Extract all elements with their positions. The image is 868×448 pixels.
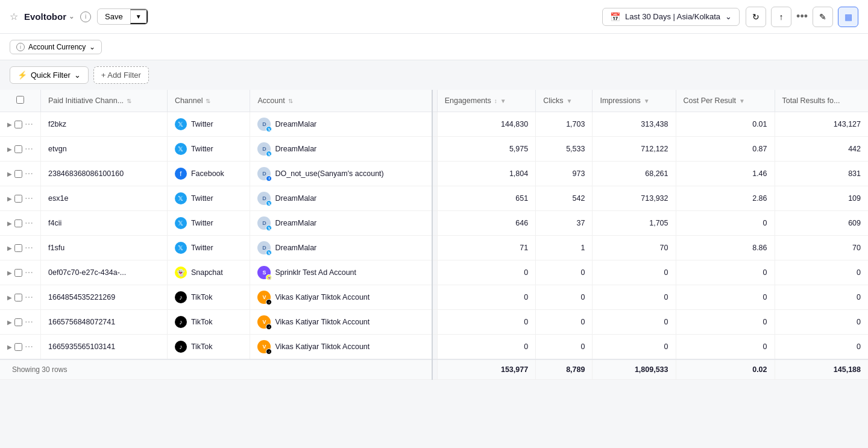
expand-button[interactable]: ▶ xyxy=(7,245,12,251)
row-menu-button[interactable]: ⋯ xyxy=(25,317,33,327)
cell-channel: 𝕏 Twitter xyxy=(167,137,250,162)
channel-icon: f xyxy=(175,168,187,180)
row-checkbox[interactable] xyxy=(14,121,22,128)
expand-button[interactable]: ▶ xyxy=(7,344,12,350)
account-name: DO_not_use(Sanyam's account) xyxy=(275,169,383,178)
row-menu-button[interactable]: ⋯ xyxy=(25,218,33,228)
row-menu-button[interactable]: ⋯ xyxy=(25,342,33,352)
row-menu-button[interactable]: ⋯ xyxy=(25,169,33,178)
divider-cell xyxy=(432,112,437,137)
cell-engagements: 71 xyxy=(437,236,536,260)
cell-engagements: 0 xyxy=(437,260,536,285)
footer-showing: Showing 30 rows xyxy=(0,359,432,380)
expand-button[interactable]: ▶ xyxy=(7,319,12,326)
row-checkbox[interactable] xyxy=(14,269,22,277)
data-table: Paid Initiative Chann... ⇅ Channel ⇅ Acc… xyxy=(0,90,868,380)
cell-clicks: 5,533 xyxy=(536,137,593,162)
row-menu-button[interactable]: ⋯ xyxy=(25,194,33,203)
sort-icon-channel: ⇅ xyxy=(206,98,210,104)
row-checkbox[interactable] xyxy=(14,244,22,252)
channel-name: TikTok xyxy=(191,318,213,326)
cell-clicks: 0 xyxy=(536,285,593,310)
cell-total-results: 442 xyxy=(775,137,868,162)
account-name: Vikas Katiyar Tiktok Account xyxy=(275,342,370,351)
table-row: ▶ ⋯ f4cii 𝕏 Twitter D 𝕏 DreamMalar 646 3… xyxy=(0,211,868,236)
row-controls: ▶ ⋯ xyxy=(0,186,41,211)
col-header-account[interactable]: Account ⇅ xyxy=(250,90,432,112)
expand-button[interactable]: ▶ xyxy=(7,270,12,276)
cell-initiative: esx1e xyxy=(41,186,168,211)
date-range-picker[interactable]: 📅 Last 30 Days | Asia/Kolkata ⌄ xyxy=(602,8,740,26)
col-header-total-results[interactable]: Total Results fo... xyxy=(775,90,868,112)
edit-view-button[interactable]: ✎ xyxy=(813,7,833,27)
add-filter-label: + Add Filter xyxy=(101,71,141,80)
cell-clicks: 0 xyxy=(536,335,593,360)
col-header-clicks[interactable]: Clicks ▼ xyxy=(536,90,593,112)
row-checkbox[interactable] xyxy=(14,219,22,227)
sort-icon-impressions: ▼ xyxy=(644,98,650,104)
cell-engagements: 0 xyxy=(437,310,536,335)
row-menu-button[interactable]: ⋯ xyxy=(25,119,33,129)
more-options-button[interactable]: ••• xyxy=(796,10,808,23)
col-header-initiative[interactable]: Paid Initiative Chann... ⇅ xyxy=(41,90,168,112)
row-menu-button[interactable]: ⋯ xyxy=(25,144,33,154)
sort-icon-clicks: ▼ xyxy=(567,98,573,104)
currency-info-icon: i xyxy=(16,43,25,51)
cell-channel: ♪ TikTok xyxy=(167,285,250,310)
expand-button[interactable]: ▶ xyxy=(7,171,12,177)
expand-button[interactable]: ▶ xyxy=(7,220,12,227)
account-name: DreamMalar xyxy=(275,120,316,128)
sub-bar: i Account Currency ⌄ xyxy=(0,34,868,60)
info-icon[interactable]: i xyxy=(80,11,91,22)
save-dropdown-button[interactable]: ▼ xyxy=(130,9,148,24)
footer-engagements: 153,977 xyxy=(437,359,536,380)
currency-chevron: ⌄ xyxy=(89,43,95,51)
expand-button[interactable]: ▶ xyxy=(7,121,12,128)
row-controls: ▶ ⋯ xyxy=(0,285,41,310)
cell-channel: f Facebook xyxy=(167,162,250,186)
row-checkbox[interactable] xyxy=(14,294,22,301)
table-row: ▶ ⋯ 1665756848072741 ♪ TikTok V ♪ Vikas … xyxy=(0,310,868,335)
avatar: D 𝕏 xyxy=(257,118,271,131)
account-name: DreamMalar xyxy=(275,219,316,227)
row-checkbox[interactable] xyxy=(14,195,22,203)
expand-button[interactable]: ▶ xyxy=(7,195,12,202)
cell-channel: 𝕏 Twitter xyxy=(167,112,250,137)
avatar-badge: ♪ xyxy=(266,324,272,330)
row-menu-button[interactable]: ⋯ xyxy=(25,268,33,277)
sort-icon-initiative: ⇅ xyxy=(127,98,131,104)
row-checkbox[interactable] xyxy=(14,343,22,351)
add-filter-button[interactable]: + Add Filter xyxy=(93,66,149,84)
cell-account: D 𝕏 DreamMalar xyxy=(250,186,432,211)
quick-filter-button[interactable]: ⚡ Quick Filter ⌄ xyxy=(10,66,89,84)
select-all-checkbox[interactable] xyxy=(16,96,24,104)
filter-icon-engagements: ▼ xyxy=(500,98,506,104)
chart-view-button[interactable]: ▦ xyxy=(838,7,858,27)
avatar-badge: 👻 xyxy=(266,274,272,280)
cell-impressions: 68,261 xyxy=(593,162,676,186)
refresh-button[interactable]: ↻ xyxy=(746,7,766,27)
save-main-button[interactable]: Save xyxy=(98,9,130,24)
expand-button[interactable]: ▶ xyxy=(7,146,12,153)
expand-button[interactable]: ▶ xyxy=(7,294,12,301)
col-header-channel[interactable]: Channel ⇅ xyxy=(167,90,250,112)
account-currency-button[interactable]: i Account Currency ⌄ xyxy=(10,40,102,54)
star-button[interactable]: ☆ xyxy=(10,11,18,22)
row-checkbox[interactable] xyxy=(14,318,22,326)
col-header-engagements[interactable]: Engagements ↕ ▼ xyxy=(437,90,536,112)
date-range-label: Last 30 Days | Asia/Kolkata xyxy=(625,12,720,21)
channel-name: Twitter xyxy=(191,219,213,227)
cell-account: V ♪ Vikas Katiyar Tiktok Account xyxy=(250,310,432,335)
table-row: ▶ ⋯ 1664854535221269 ♪ TikTok V ♪ Vikas … xyxy=(0,285,868,310)
row-menu-button[interactable]: ⋯ xyxy=(25,243,33,253)
col-header-impressions[interactable]: Impressions ▼ xyxy=(593,90,676,112)
table-row: ▶ ⋯ etvgn 𝕏 Twitter D 𝕏 DreamMalar 5,975… xyxy=(0,137,868,162)
row-checkbox[interactable] xyxy=(14,145,22,153)
col-header-cost-per-result[interactable]: Cost Per Result ▼ xyxy=(676,90,775,112)
row-menu-button[interactable]: ⋯ xyxy=(25,292,33,302)
channel-name: Twitter xyxy=(191,244,213,252)
cell-impressions: 0 xyxy=(593,285,676,310)
channel-name: Facebook xyxy=(191,169,224,178)
row-checkbox[interactable] xyxy=(14,170,22,178)
export-button[interactable]: ↑ xyxy=(771,7,791,27)
